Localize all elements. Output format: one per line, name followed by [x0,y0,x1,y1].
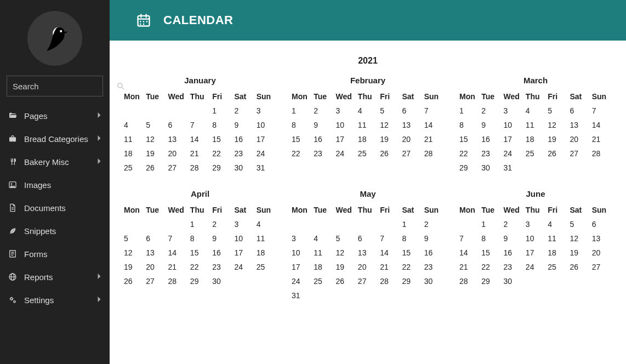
day-cell[interactable]: 22 [211,146,233,161]
day-cell[interactable]: 22 [458,146,480,161]
day-cell[interactable]: 10 [233,231,255,246]
day-cell[interactable]: 2 [312,104,334,118]
day-cell[interactable]: 25 [312,274,334,288]
day-cell[interactable]: 1 [291,104,312,118]
day-cell[interactable]: 12 [547,118,568,132]
day-cell[interactable]: 30 [503,274,525,288]
day-cell[interactable]: 14 [458,246,480,260]
day-cell[interactable]: 21 [423,132,445,146]
day-cell[interactable]: 25 [123,161,145,175]
day-cell[interactable]: 23 [312,146,334,161]
logo[interactable] [0,0,110,76]
day-cell[interactable]: 11 [525,118,547,132]
sidebar-item-images[interactable]: Images [0,173,110,196]
day-cell[interactable]: 9 [312,118,334,132]
search-input[interactable] [13,82,117,91]
day-cell[interactable]: 29 [189,274,211,288]
day-cell[interactable]: 3 [233,217,255,231]
day-cell[interactable]: 7 [458,231,480,246]
day-cell[interactable]: 10 [335,118,357,132]
day-cell[interactable]: 3 [503,104,525,118]
day-cell[interactable]: 17 [525,246,547,260]
day-cell[interactable]: 14 [167,246,189,260]
day-cell[interactable]: 16 [233,132,255,146]
day-cell[interactable]: 12 [335,246,357,260]
day-cell[interactable]: 4 [547,217,568,231]
day-cell[interactable]: 19 [547,132,568,146]
day-cell[interactable]: 7 [189,118,211,132]
day-cell[interactable]: 29 [211,161,233,175]
day-cell[interactable]: 27 [167,161,189,175]
day-cell[interactable]: 11 [547,231,568,246]
day-cell[interactable]: 6 [145,231,167,246]
day-cell[interactable]: 25 [547,260,568,274]
day-cell[interactable]: 25 [357,146,379,161]
day-cell[interactable]: 16 [211,246,233,260]
day-cell[interactable]: 8 [211,118,233,132]
day-cell[interactable]: 15 [189,246,211,260]
day-cell[interactable]: 1 [211,104,233,118]
sidebar-item-settings[interactable]: Settings [0,288,110,311]
day-cell[interactable]: 9 [503,231,525,246]
day-cell[interactable]: 6 [568,104,590,118]
day-cell[interactable]: 26 [379,146,401,161]
day-cell[interactable]: 24 [503,146,525,161]
day-cell[interactable]: 19 [123,260,145,274]
day-cell[interactable]: 10 [503,118,525,132]
day-cell[interactable]: 19 [379,132,401,146]
day-cell[interactable]: 5 [145,118,167,132]
day-cell[interactable]: 3 [291,231,312,246]
day-cell[interactable]: 30 [233,161,255,175]
sidebar-item-bakery-misc[interactable]: Bakery Misc [0,150,110,173]
day-cell[interactable]: 4 [255,217,277,231]
day-cell[interactable]: 10 [291,246,312,260]
day-cell[interactable]: 6 [167,118,189,132]
day-cell[interactable]: 7 [379,231,401,246]
day-cell[interactable]: 20 [568,132,590,146]
day-cell[interactable]: 22 [291,146,312,161]
day-cell[interactable]: 17 [233,246,255,260]
sidebar-item-bread-categories[interactable]: Bread Categories [0,127,110,150]
day-cell[interactable]: 4 [357,104,379,118]
day-cell[interactable]: 28 [379,274,401,288]
day-cell[interactable]: 2 [423,217,445,231]
day-cell[interactable]: 9 [423,231,445,246]
day-cell[interactable]: 20 [401,132,423,146]
day-cell[interactable]: 22 [189,260,211,274]
day-cell[interactable]: 14 [379,246,401,260]
day-cell[interactable]: 2 [503,217,525,231]
day-cell[interactable]: 21 [167,260,189,274]
day-cell[interactable]: 13 [167,132,189,146]
day-cell[interactable]: 28 [423,146,445,161]
day-cell[interactable]: 5 [547,104,568,118]
day-cell[interactable]: 20 [357,260,379,274]
day-cell[interactable]: 31 [255,161,277,175]
sidebar-item-snippets[interactable]: Snippets [0,219,110,242]
day-cell[interactable]: 25 [255,260,277,274]
day-cell[interactable]: 13 [401,118,423,132]
day-cell[interactable]: 18 [123,146,145,161]
day-cell[interactable]: 5 [379,104,401,118]
day-cell[interactable]: 3 [255,104,277,118]
day-cell[interactable]: 26 [568,260,590,274]
day-cell[interactable]: 24 [255,146,277,161]
day-cell[interactable]: 4 [123,118,145,132]
day-cell[interactable]: 8 [401,231,423,246]
day-cell[interactable]: 27 [145,274,167,288]
day-cell[interactable]: 14 [423,118,445,132]
day-cell[interactable]: 16 [423,246,445,260]
day-cell[interactable]: 18 [312,260,334,274]
day-cell[interactable]: 14 [591,118,613,132]
day-cell[interactable]: 23 [480,146,502,161]
day-cell[interactable]: 9 [480,118,502,132]
day-cell[interactable]: 23 [233,146,255,161]
day-cell[interactable]: 21 [379,260,401,274]
day-cell[interactable]: 18 [525,132,547,146]
day-cell[interactable]: 6 [401,104,423,118]
day-cell[interactable]: 11 [123,132,145,146]
day-cell[interactable]: 20 [145,260,167,274]
day-cell[interactable]: 16 [312,132,334,146]
sidebar-item-pages[interactable]: Pages [0,104,110,127]
day-cell[interactable]: 2 [480,104,502,118]
day-cell[interactable]: 1 [401,217,423,231]
